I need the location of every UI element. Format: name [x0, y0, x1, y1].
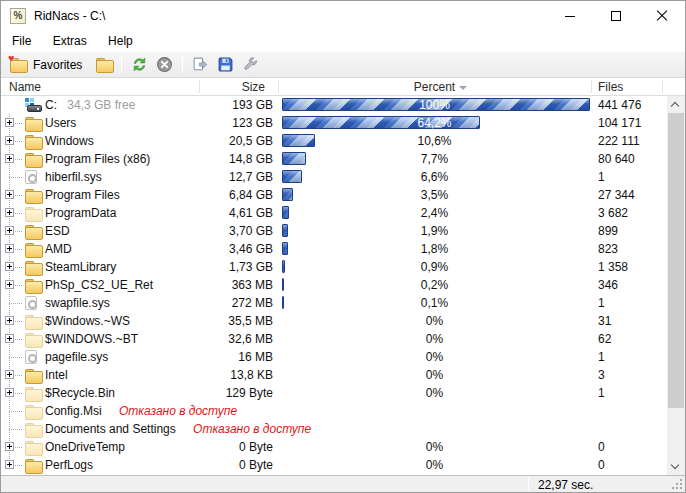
- table-row[interactable]: $Windows.~WS 35,5 MB 0% 31: [1, 312, 667, 330]
- table-row[interactable]: AMD 3,46 GB 1,8% 823: [1, 240, 667, 258]
- table-row[interactable]: Users 123 GB 64,2% 104 171: [1, 114, 667, 132]
- title-bar: % RidNacs - C:\: [1, 1, 685, 31]
- settings-button[interactable]: [238, 54, 263, 76]
- column-header-size[interactable]: Size: [199, 80, 265, 94]
- expand-plus-icon[interactable]: [5, 244, 14, 253]
- resize-grip[interactable]: [673, 480, 682, 489]
- item-files: 1 358: [598, 260, 628, 274]
- table-row[interactable]: PerfLogs 0 Byte 0% 0: [1, 456, 667, 474]
- vertical-scrollbar[interactable]: [667, 96, 685, 475]
- item-size: 32,6 MB: [199, 332, 273, 346]
- expand-plus-icon[interactable]: [5, 280, 14, 289]
- item-name: ProgramData: [45, 206, 116, 220]
- expand-plus-icon[interactable]: [5, 136, 14, 145]
- column-header-files[interactable]: Files: [598, 80, 623, 94]
- item-percent: 0%: [331, 440, 538, 454]
- open-folder-button[interactable]: [92, 54, 116, 76]
- item-size: 123 GB: [199, 116, 273, 130]
- folder-icon: [25, 279, 41, 292]
- item-files: 1: [598, 386, 605, 400]
- folder-hidden-icon: [25, 387, 41, 400]
- table-row[interactable]: Program Files 6,84 GB 3,5% 27 344: [1, 186, 667, 204]
- expand-plus-icon[interactable]: [5, 118, 14, 127]
- expand-plus-icon[interactable]: [5, 334, 14, 343]
- item-name: $WINDOWS.~BT: [45, 332, 138, 346]
- expand-plus-icon[interactable]: [5, 442, 14, 451]
- chevron-up-icon: [671, 102, 679, 110]
- item-size: 0 Byte: [199, 458, 273, 472]
- status-bar: 22,97 sec.: [1, 475, 685, 492]
- column-header-name[interactable]: Name: [9, 80, 41, 94]
- percent-bar: [282, 188, 293, 201]
- item-size: 129 Byte: [199, 386, 273, 400]
- expand-plus-icon[interactable]: [5, 226, 14, 235]
- column-header-percent[interactable]: Percent: [331, 80, 538, 94]
- chevron-down-icon: [671, 461, 679, 469]
- expand-plus-icon[interactable]: [5, 316, 14, 325]
- expand-plus-icon[interactable]: [5, 370, 14, 379]
- menu-file[interactable]: File: [3, 31, 40, 51]
- folder-icon: [25, 225, 41, 238]
- table-row[interactable]: ProgramData 4,61 GB 2,4% 3 682: [1, 204, 667, 222]
- wrench-icon: [242, 56, 259, 73]
- table-row[interactable]: PhSp_CS2_UE_Ret 363 MB 0,2% 346: [1, 276, 667, 294]
- item-size: 14,8 GB: [199, 152, 273, 166]
- item-percent: 7,7%: [331, 152, 538, 166]
- folder-hidden-icon: [25, 405, 41, 418]
- table-row[interactable]: $WINDOWS.~BT 32,6 MB 0% 62: [1, 330, 667, 348]
- export-button[interactable]: [188, 54, 213, 76]
- item-files: 1: [598, 170, 605, 184]
- item-files: 62: [598, 332, 611, 346]
- close-icon: [656, 10, 668, 22]
- table-row[interactable]: Config.Msi Отказано в доступе: [1, 402, 667, 420]
- table-row[interactable]: hiberfil.sys 12,7 GB 6,6% 1: [1, 168, 667, 186]
- item-size: 272 MB: [199, 296, 273, 310]
- table-row[interactable]: Documents and Settings Отказано в доступ…: [1, 420, 667, 438]
- table-row[interactable]: OneDriveTemp 0 Byte 0% 0: [1, 438, 667, 456]
- table-row[interactable]: Program Files (x86) 14,8 GB 7,7% 80 640: [1, 150, 667, 168]
- item-files: 80 640: [598, 152, 635, 166]
- item-percent: 100%: [331, 98, 538, 112]
- favorites-button[interactable]: ♥ Favorites: [6, 54, 86, 76]
- folder-icon: [25, 243, 41, 256]
- menu-extras[interactable]: Extras: [44, 31, 96, 51]
- table-row[interactable]: swapfile.sys 272 MB 0,1% 1: [1, 294, 667, 312]
- folder-icon: [25, 153, 41, 166]
- scroll-up-button[interactable]: [667, 96, 685, 113]
- percent-bar: [282, 134, 315, 147]
- refresh-button[interactable]: [127, 54, 152, 76]
- expand-plus-icon[interactable]: [5, 388, 14, 397]
- item-files: 104 171: [598, 116, 641, 130]
- scroll-down-button[interactable]: [667, 458, 685, 475]
- item-name: SteamLibrary: [45, 260, 116, 274]
- table-row[interactable]: Windows 20,5 GB 10,6% 222 111: [1, 132, 667, 150]
- expand-plus-icon[interactable]: [5, 154, 14, 163]
- access-denied-text: Отказано в доступе: [193, 422, 311, 436]
- maximize-button[interactable]: [593, 1, 639, 31]
- table-row[interactable]: $Recycle.Bin 129 Byte 0% 1: [1, 384, 667, 402]
- expand-plus-icon[interactable]: [5, 460, 14, 469]
- window-title: RidNacs - C:\: [34, 9, 105, 23]
- folder-icon: [25, 189, 41, 202]
- item-files: 0: [598, 458, 605, 472]
- minimize-button[interactable]: [547, 1, 593, 31]
- save-button[interactable]: [213, 54, 238, 76]
- toolbar-separator: [182, 56, 183, 73]
- stop-button[interactable]: [152, 54, 177, 76]
- close-button[interactable]: [639, 1, 685, 31]
- item-size: 12,7 GB: [199, 170, 273, 184]
- table-row[interactable]: ESD 3,70 GB 1,9% 899: [1, 222, 667, 240]
- item-size: 193 GB: [199, 98, 273, 112]
- menu-help[interactable]: Help: [99, 31, 142, 51]
- expand-plus-icon[interactable]: [5, 262, 14, 271]
- table-row[interactable]: SteamLibrary 1,73 GB 0,9% 1 358: [1, 258, 667, 276]
- item-percent: 0%: [331, 386, 538, 400]
- table-row[interactable]: Intel 13,8 KB 0% 3: [1, 366, 667, 384]
- expand-plus-icon[interactable]: [5, 208, 14, 217]
- drive-icon: [25, 98, 43, 115]
- scrollbar-thumb[interactable]: [668, 113, 684, 408]
- table-row[interactable]: C: 34,3 GB free 193 GB 100% 441 476: [1, 96, 667, 114]
- item-name: ESD: [45, 224, 70, 238]
- table-row[interactable]: pagefile.sys 16 MB 0% 1: [1, 348, 667, 366]
- expand-plus-icon[interactable]: [5, 190, 14, 199]
